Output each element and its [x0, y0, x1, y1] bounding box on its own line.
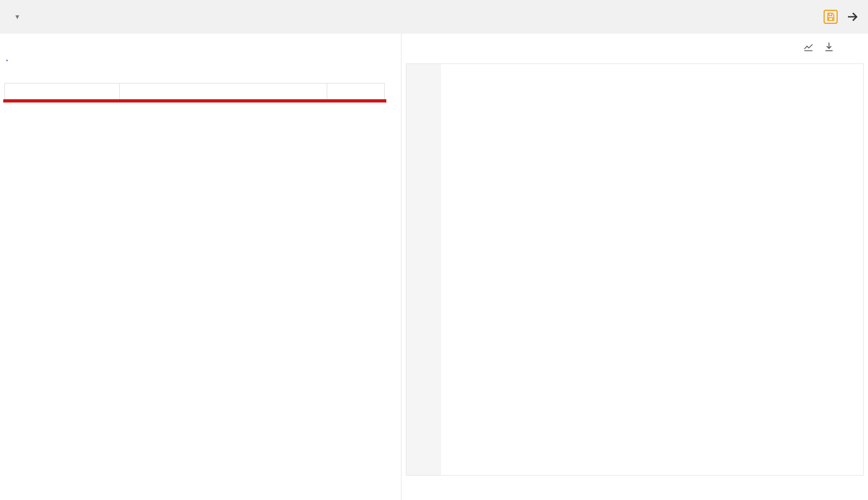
params-table	[4, 83, 385, 101]
save-icon[interactable]	[824, 10, 838, 24]
send-arrow-icon[interactable]	[845, 10, 859, 24]
col-header-name	[5, 83, 120, 101]
response-header	[406, 41, 864, 55]
request-tabs	[4, 41, 397, 61]
response-meta	[803, 41, 864, 55]
method-select[interactable]: ▼	[9, 13, 21, 21]
chevron-down-icon: ▼	[14, 13, 21, 21]
tab-params[interactable]	[7, 41, 8, 61]
col-header-value	[119, 83, 327, 101]
col-header-actions	[327, 83, 385, 101]
response-body[interactable]	[406, 63, 864, 476]
response-tabs	[406, 45, 451, 52]
request-pane	[0, 34, 401, 500]
download-icon[interactable]	[824, 41, 834, 55]
response-pane	[401, 34, 868, 500]
url-bar: ▼	[0, 0, 868, 34]
clear-icon[interactable]	[803, 41, 814, 55]
